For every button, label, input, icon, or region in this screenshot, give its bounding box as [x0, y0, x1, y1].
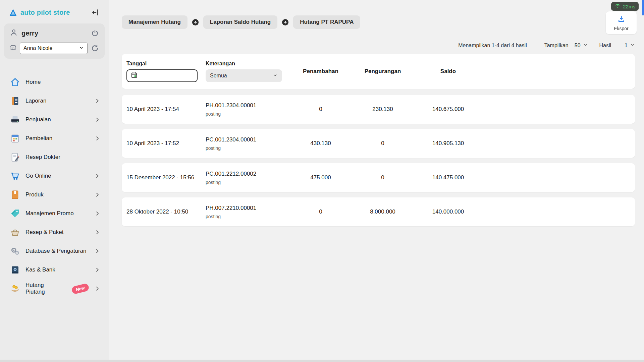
logo-icon: [9, 8, 17, 17]
row-status: posting: [206, 214, 290, 219]
row-pengurangan: 0: [351, 174, 415, 181]
row-pengurangan: 230.130: [351, 106, 415, 113]
outlet-select-value: Anna Nicole: [23, 45, 52, 51]
chevron-right-icon: [94, 116, 101, 123]
sidebar-item-label: Resep Dokter: [25, 154, 60, 161]
sidebar-item-pembelian[interactable]: Pembelian: [0, 129, 109, 148]
export-label: Ekspor: [614, 26, 629, 31]
breadcrumb-item[interactable]: Laporan Saldo Hutang: [203, 15, 277, 29]
sidebar-item-resep-paket[interactable]: Resep & Paket: [0, 223, 109, 242]
tanggal-filter: Tanggal: [126, 61, 206, 82]
keterangan-select[interactable]: Semua: [206, 69, 282, 82]
keterangan-label: Keterangan: [206, 61, 290, 67]
sidebar-item-database-pengaturan[interactable]: Database & Pengaturan: [0, 242, 109, 260]
chevron-right-icon: [94, 285, 101, 292]
basket-icon: [10, 227, 20, 237]
row-keterangan: PC.001.2304.00001 posting: [206, 136, 290, 151]
sidebar-item-label: Hutang Piutang: [25, 282, 64, 295]
sidebar-item-manajemen-promo[interactable]: Manajemen Promo: [0, 204, 109, 223]
table-row[interactable]: 10 April 2023 - 17:54 PH.001.2304.00001 …: [122, 95, 635, 124]
purchase-icon: [10, 133, 20, 143]
sidebar-item-laporan[interactable]: Laporan: [0, 92, 109, 110]
settings-icon: [10, 246, 20, 256]
logo-text: auto pilot store: [20, 9, 70, 16]
chevron-down-icon: [79, 45, 84, 52]
cart-icon: [10, 171, 20, 181]
prescription-icon: [10, 152, 20, 162]
sidebar-item-penjualan[interactable]: Penjualan: [0, 110, 109, 129]
row-tanggal: 28 Oktober 2022 - 10:50: [126, 208, 206, 215]
breadcrumb-item[interactable]: Hutang PT RAPUPA: [293, 15, 360, 29]
sidebar-item-label: Pembelian: [25, 135, 52, 142]
sales-icon: [10, 115, 20, 125]
row-penambahan: 475.000: [290, 174, 351, 181]
calendar-icon: [130, 71, 138, 80]
row-kode: PH.007.2210.00001: [206, 205, 290, 212]
breadcrumb-arrow-icon: [192, 18, 199, 26]
show-label: Tampilkan: [544, 43, 569, 49]
row-keterangan: PC.001.2212.00002 posting: [206, 171, 290, 185]
table-row[interactable]: 10 April 2023 - 17:52 PC.001.2304.00001 …: [122, 129, 635, 158]
sidebar-item-hutang-piutang[interactable]: Hutang Piutang New: [0, 279, 109, 298]
sidebar-header: auto pilot store: [0, 0, 109, 17]
tanggal-label: Tanggal: [126, 61, 206, 67]
sidebar-item-home[interactable]: Home: [0, 73, 109, 92]
chevron-right-icon: [94, 266, 101, 273]
product-icon: [10, 190, 20, 200]
row-penambahan: 430.130: [290, 140, 351, 147]
page-value: 1: [625, 43, 628, 49]
table-row[interactable]: 15 Desember 2022 - 15:56 PC.001.2212.000…: [122, 163, 635, 192]
sidebar-item-kas-bank[interactable]: Kas & Bank: [0, 260, 109, 279]
row-keterangan: PH.001.2304.00001 posting: [206, 102, 290, 117]
sidebar-item-produk[interactable]: Produk: [0, 185, 109, 204]
app-root: auto pilot store gerry Anna Nicole Home: [0, 0, 644, 362]
sidebar-nav: Home Laporan Penjualan Pembelian Resep D…: [0, 73, 109, 298]
user-name: gerry: [21, 29, 87, 37]
download-icon: [617, 15, 626, 24]
row-keterangan: PH.007.2210.00001 posting: [206, 205, 290, 219]
chevron-right-icon: [94, 248, 101, 254]
table-header-card: Tanggal Keterangan Semua Penambahan Peng…: [122, 54, 635, 89]
sidebar-item-resep-dokter[interactable]: Resep Dokter: [0, 148, 109, 167]
outlet-select[interactable]: Anna Nicole: [20, 43, 88, 54]
latency-badge: 22ms: [611, 2, 639, 11]
column-header-penambahan: Penambahan: [290, 68, 351, 75]
sidebar: auto pilot store gerry Anna Nicole Home: [0, 0, 109, 362]
chevron-right-icon: [94, 98, 101, 104]
user-icon: [9, 28, 18, 38]
sidebar-item-go-online[interactable]: Go Online: [0, 167, 109, 185]
row-penambahan: 0: [290, 106, 351, 113]
outlet-icon: [9, 44, 17, 53]
table-body: 10 April 2023 - 17:54 PH.001.2304.00001 …: [122, 95, 635, 226]
date-input[interactable]: [126, 69, 198, 82]
page-dropdown[interactable]: 1: [625, 42, 635, 49]
sidebar-item-label: Go Online: [25, 173, 51, 179]
results-bar: Menampilkan 1-4 dari 4 hasil Tampilkan 5…: [122, 42, 635, 49]
column-header-saldo: Saldo: [415, 68, 482, 75]
chevron-down-icon: [583, 42, 588, 49]
refresh-button[interactable]: [91, 44, 99, 53]
breadcrumb-item[interactable]: Manajemen Hutang: [122, 15, 187, 29]
logo[interactable]: auto pilot store: [9, 8, 70, 17]
power-button[interactable]: [91, 29, 99, 38]
export-button[interactable]: Ekspor: [606, 11, 637, 34]
chevron-right-icon: [94, 229, 101, 236]
promo-icon: [10, 208, 20, 219]
keterangan-value: Semua: [210, 73, 227, 79]
page-size-value: 50: [575, 43, 581, 49]
sidebar-collapse-button[interactable]: [91, 8, 100, 17]
vertical-scrollbar-thumb[interactable]: [642, 0, 644, 15]
breadcrumb: Manajemen HutangLaporan Saldo HutangHuta…: [122, 15, 635, 29]
row-tanggal: 15 Desember 2022 - 15:56: [126, 174, 206, 181]
row-tanggal: 10 April 2023 - 17:54: [126, 106, 206, 113]
sidebar-item-label: Kas & Bank: [25, 266, 55, 273]
sidebar-item-label: Penjualan: [25, 116, 51, 123]
result-label: Hasil: [599, 43, 611, 49]
sidebar-item-label: Resep & Paket: [25, 229, 63, 236]
horizontal-scrollbar-track[interactable]: [0, 360, 644, 362]
chevron-right-icon: [94, 135, 101, 142]
table-row[interactable]: 28 Oktober 2022 - 10:50 PH.007.2210.0000…: [122, 197, 635, 226]
row-saldo: 140.675.000: [415, 106, 482, 113]
page-size-dropdown[interactable]: 50: [575, 42, 588, 49]
chevron-right-icon: [94, 173, 101, 179]
